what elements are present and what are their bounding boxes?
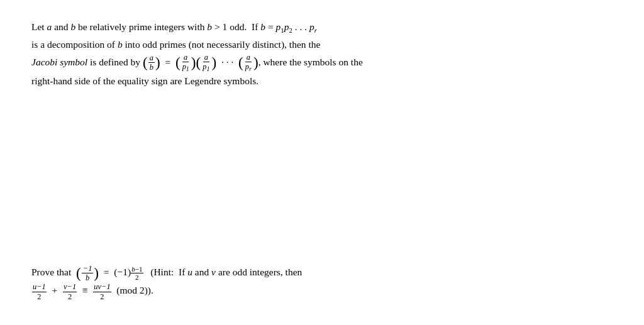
proof-line-2: u−1 2 + v−1 2 ≡ uv−1 2 (mod 2)). [31, 282, 302, 301]
main-paragraph: Let a and b be relatively prime integers… [31, 19, 610, 89]
proof-section: Prove that ( −1 b ) = (−1)b−12 (Hint: If… [31, 264, 302, 301]
proof-line-1: Prove that ( −1 b ) = (−1)b−12 (Hint: If… [31, 264, 302, 283]
page-container: Let a and b be relatively prime integers… [0, 0, 644, 325]
paragraph-text: Let a and b be relatively prime integers… [31, 19, 610, 89]
